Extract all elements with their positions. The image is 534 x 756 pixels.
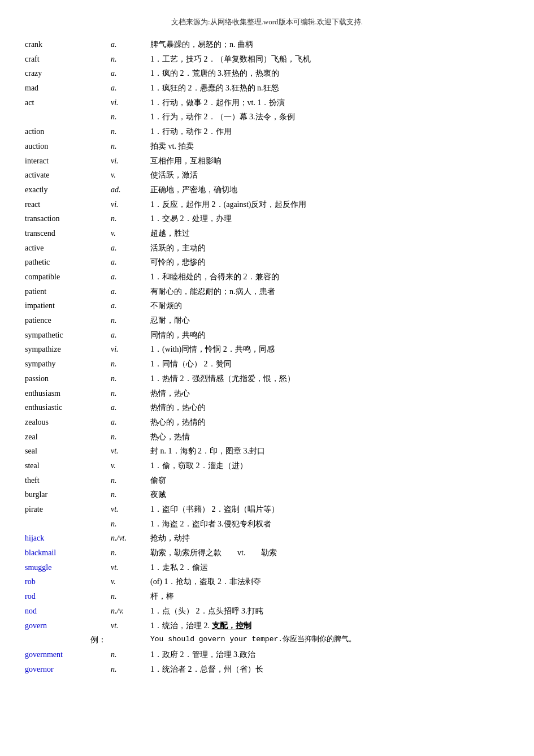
def-cell: 抢劫，劫持 [148, 531, 511, 546]
pos-cell: n. [108, 430, 148, 444]
word-cell: crazy [23, 66, 108, 81]
def-cell: 忍耐，耐心 [148, 313, 511, 328]
def-cell: 热心的，热情的 [148, 415, 511, 430]
table-row: actvi.1．行动，做事 2．起作用；vt. 1．扮演 [23, 96, 511, 110]
table-row: craftn.1．工艺，技巧 2．（单复数相同）飞船，飞机 [23, 52, 511, 67]
word-cell: act [23, 96, 108, 110]
table-row: 例：You should govern your temper.你应当抑制你的脾… [23, 633, 511, 647]
def-cell: 1．(with)同情，怜悯 2．共鸣，同感 [148, 342, 511, 357]
pos-cell: n. [108, 139, 148, 154]
word-cell: interact [23, 154, 108, 169]
table-row: enthusiastica.热情的，热心的 [23, 400, 511, 415]
table-row: patienta.有耐心的，能忍耐的；n.病人，患者 [23, 284, 511, 299]
word-cell: mad [23, 81, 108, 96]
def-cell: 偷窃 [148, 473, 511, 488]
word-cell: active [23, 241, 108, 256]
word-cell: rob [23, 574, 108, 589]
table-row: sympathetica.同情的，共鸣的 [23, 328, 511, 343]
table-row: crazya.1．疯的 2．荒唐的 3.狂热的，热衷的 [23, 66, 511, 81]
page-header: 文档来源为:从网络收集整理.word版本可编辑.欢迎下载支持. [23, 17, 511, 27]
word-cell: sympathize [23, 342, 108, 357]
table-row: sympathyn.1．同情（心） 2．赞同 [23, 357, 511, 371]
table-row: activatev.使活跃，激活 [23, 168, 511, 183]
table-row: robv.(of) 1．抢劫，盗取 2．非法剥夺 [23, 574, 511, 589]
word-cell: sympathetic [23, 328, 108, 343]
vocabulary-table: cranka.脾气暴躁的，易怒的；n. 曲柄craftn.1．工艺，技巧 2．（… [23, 37, 511, 676]
table-row: actionn.1．行动，动作 2．作用 [23, 124, 511, 139]
word-cell: zealous [23, 415, 108, 430]
pos-cell: v. [108, 459, 148, 473]
pos-cell: n. [108, 546, 148, 560]
pos-cell: v. [108, 168, 148, 183]
table-row: n.1．行为，动作 2．（一）幕 3.法令，条例 [23, 110, 511, 124]
pos-cell: n. [108, 662, 148, 677]
def-cell: 1．热情 2．强烈情感（尤指爱，恨，怒） [148, 371, 511, 386]
pos-cell: vi. [108, 154, 148, 169]
def-cell: 1．反应，起作用 2．(against)反对，起反作用 [148, 197, 511, 212]
def-cell: 超越，胜过 [148, 226, 511, 241]
def-cell: 互相作用，互相影响 [148, 154, 511, 169]
example-colon [108, 633, 148, 647]
word-cell: patience [23, 313, 108, 328]
pos-cell: a. [108, 37, 148, 52]
def-cell: 1．海盗 2．盗印者 3.侵犯专利权者 [148, 517, 511, 532]
table-row: transactionn.1．交易 2．处理，办理 [23, 211, 511, 226]
table-row: theftn.偷窃 [23, 473, 511, 488]
pos-cell: vt. [108, 502, 148, 517]
def-cell: 1．同情（心） 2．赞同 [148, 357, 511, 371]
word-cell: blackmail [23, 546, 108, 560]
pos-cell: n. [108, 52, 148, 67]
def-cell: 热情的，热心的 [148, 400, 511, 415]
pos-cell: n. [108, 487, 148, 502]
pos-cell: a. [108, 328, 148, 343]
table-row: smugglevt.1．走私 2．偷运 [23, 560, 511, 575]
def-cell: 1．统治者 2．总督，州（省）长 [148, 662, 511, 677]
pos-cell: n. [108, 313, 148, 328]
def-cell: 杆，棒 [148, 589, 511, 604]
table-row: exactlyad.正确地，严密地，确切地 [23, 183, 511, 197]
word-cell: passion [23, 371, 108, 386]
word-cell: smuggle [23, 560, 108, 575]
word-cell: patient [23, 284, 108, 299]
table-row: auctionn.拍卖 vt. 拍卖 [23, 139, 511, 154]
word-cell: transcend [23, 226, 108, 241]
pos-cell: a. [108, 415, 148, 430]
table-row: piratevt.1．盗印（书籍） 2．盗制（唱片等） [23, 502, 511, 517]
pos-cell: a. [108, 299, 148, 313]
pos-cell: vt. [108, 619, 148, 633]
word-cell: enthusiastic [23, 400, 108, 415]
def-cell: 热情，热心 [148, 386, 511, 401]
pos-cell: n./vt. [108, 531, 148, 546]
word-cell: pirate [23, 502, 108, 517]
word-cell: rod [23, 589, 108, 604]
def-cell: 勒索，勒索所得之款 vt. 勒索 [148, 546, 511, 560]
def-cell: 可怜的，悲惨的 [148, 255, 511, 270]
pos-cell: n. [108, 124, 148, 139]
table-row: passionn.1．热情 2．强烈情感（尤指爱，恨，怒） [23, 371, 511, 386]
word-cell: hijack [23, 531, 108, 546]
word-cell: exactly [23, 183, 108, 197]
example-label: 例： [23, 633, 108, 647]
def-cell: 有耐心的，能忍耐的；n.病人，患者 [148, 284, 511, 299]
word-cell: enthusiasm [23, 386, 108, 401]
table-row: rodn.杆，棒 [23, 589, 511, 604]
pos-cell: a. [108, 255, 148, 270]
pos-cell: a. [108, 241, 148, 256]
word-cell: governor [23, 662, 108, 677]
table-row: cranka.脾气暴躁的，易怒的；n. 曲柄 [23, 37, 511, 52]
def-cell: 1．偷，窃取 2．溜走（进） [148, 459, 511, 473]
table-row: impatienta.不耐烦的 [23, 299, 511, 313]
table-row: zealn.热心，热情 [23, 430, 511, 444]
pos-cell: vi. [108, 96, 148, 110]
pos-cell: a. [108, 66, 148, 81]
def-cell: 1．盗印（书籍） 2．盗制（唱片等） [148, 502, 511, 517]
table-row: enthusiasmn.热情，热心 [23, 386, 511, 401]
table-row: n.1．海盗 2．盗印者 3.侵犯专利权者 [23, 517, 511, 532]
word-cell: steal [23, 459, 108, 473]
pos-cell: vt. [108, 444, 148, 459]
table-row: blackmailn.勒索，勒索所得之款 vt. 勒索 [23, 546, 511, 560]
def-cell: 1．政府 2．管理，治理 3.政治 [148, 647, 511, 662]
pos-cell: ad. [108, 183, 148, 197]
pos-cell: n. [108, 211, 148, 226]
word-cell [23, 517, 108, 532]
